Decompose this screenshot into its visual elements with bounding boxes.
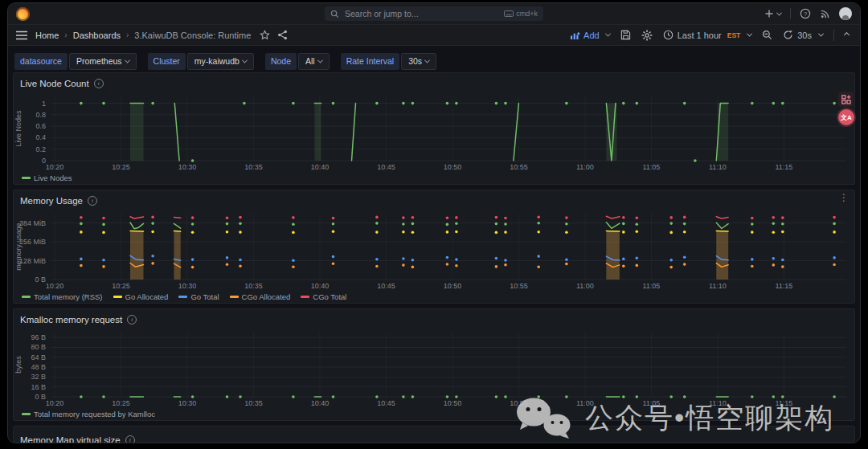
y-axis-label: Live Nodes [14,110,23,147]
star-icon[interactable] [260,30,270,40]
y-tick-label: 0 B [35,276,46,284]
translate-button[interactable]: 文A [838,109,854,125]
x-tick-label: 10:55 [510,399,528,407]
save-icon[interactable] [620,30,631,40]
plot-area: 10:2010:2510:3010:3510:4010:4510:5010:55… [35,96,846,171]
info-icon[interactable]: i [88,196,97,206]
x-tick-label: 10:30 [178,282,197,290]
legend-item[interactable]: Live Nodes [22,173,72,182]
x-tick-label: 10:55 [510,282,528,290]
panel-title: Kmalloc memory request [20,315,122,325]
chart-kmalloc[interactable]: 10:2010:2510:3010:3510:4010:4510:5010:55… [14,328,853,408]
legend-item[interactable]: Go Allocated [113,292,169,301]
refresh-picker[interactable]: 30s [783,30,823,40]
extension-grid-button[interactable] [838,92,854,107]
cluster-dropdown[interactable]: my-kaiwudb [187,53,254,70]
x-tick-label: 10:20 [46,282,64,290]
legend-item[interactable]: Go Total [178,292,219,301]
chevron-down-icon [242,57,248,63]
chart-live-node-count[interactable]: 10:2010:2510:3010:3510:4010:4510:5010:55… [14,92,853,172]
chevron-down-icon [605,31,611,37]
refresh-icon [783,30,793,40]
x-tick-label: 11:10 [709,399,727,407]
variable-cluster: Cluster my-kaiwudb [148,53,254,70]
zoom-out-icon[interactable] [762,30,772,40]
chart-add-icon [570,31,580,40]
legend-item[interactable]: Total memory requested by Kamlloc [22,410,155,418]
panel-header[interactable]: Live Node Count i [14,73,854,92]
time-range-label: Last 1 hour [678,31,722,40]
rate-interval-dropdown[interactable]: 30s [401,53,436,70]
plus-icon [764,9,774,18]
svg-text:?: ? [804,10,807,18]
x-tick-label: 10:55 [510,163,528,171]
top-bar: cmd+k ? [8,3,860,25]
variable-label: Rate Interval [341,53,400,70]
user-avatar[interactable] [839,7,852,20]
variable-label: datasource [14,53,68,70]
add-panel-button[interactable]: Add [570,31,610,40]
x-tick-label: 10:30 [178,399,197,407]
panel-header[interactable]: Kmalloc memory request i [14,309,854,328]
chevron-down-icon [424,57,430,63]
search-box[interactable]: cmd+k [325,6,543,21]
chevron-down-icon [776,10,782,15]
legend-item[interactable]: Total memory (RSS) [22,292,103,301]
menu-icon[interactable] [16,31,27,40]
panel-header[interactable]: Memory Map virtual size i [14,427,854,443]
breadcrumb-current: 3.KaiwuDB Console: Runtime [134,31,251,40]
breadcrumb-dashboards[interactable]: Dashboards [73,31,121,40]
grafana-logo-icon[interactable] [16,7,30,21]
chevron-down-icon [818,31,824,37]
breadcrumb-home[interactable]: Home [35,31,59,40]
legend-item[interactable]: CGo Allocated [230,292,291,301]
panel-menu-icon[interactable]: ⋮ [839,193,849,202]
datasource-dropdown[interactable]: Prometheus [69,53,137,70]
breadcrumb: Home › Dashboards › 3.KaiwuDB Console: R… [35,30,288,40]
info-icon[interactable]: i [94,79,104,88]
x-tick-label: 10:40 [311,399,330,407]
x-tick-label: 10:50 [444,163,462,171]
legend-item[interactable]: CGo Total [301,292,346,301]
panel-memory-usage: Memory Usage i ⋮ 10:2010:2510:3010:3510:… [13,190,855,304]
variables-row: datasource Prometheus Cluster my-kaiwudb… [14,51,855,71]
clock-icon [663,30,674,40]
x-tick-label: 11:15 [776,163,793,171]
y-tick-label: 0.2 [35,145,46,153]
chevron-down-icon [747,31,752,37]
x-tick-label: 10:25 [112,399,130,407]
y-tick-label: 0 [42,157,46,165]
y-tick-label: 80 B [31,343,46,351]
y-tick-label: 0.4 [35,133,46,141]
divider [833,30,834,41]
panel-header[interactable]: Memory Usage i [14,190,854,209]
y-tick-label: 384 MiB [19,219,46,227]
x-tick-label: 11:05 [643,282,661,290]
search-input[interactable] [343,8,500,19]
node-dropdown[interactable]: All [298,53,330,70]
panel-live-node-count: Live Node Count i 10:2010:2510:3010:3510… [13,72,855,185]
y-tick-label: 128 MiB [19,257,46,265]
variable-label: Node [265,53,297,70]
variable-datasource: datasource Prometheus [14,53,137,70]
info-icon[interactable]: i [125,435,135,444]
timezone-label: EST [727,31,741,39]
news-button[interactable] [820,9,830,19]
chart-memory-usage[interactable]: 10:2010:2510:3010:3510:4010:4510:5010:55… [14,209,853,291]
refresh-interval-label: 30s [797,31,812,40]
collapse-toolbar-button[interactable] [844,32,850,38]
plot-area: 10:2010:2510:3010:3510:4010:4510:5010:55… [19,214,846,290]
plot-area: 10:2010:2510:3010:3510:4010:4510:5010:55… [31,333,846,407]
y-tick-label: 256 MiB [19,238,46,246]
x-tick-label: 10:45 [377,399,395,407]
help-button[interactable]: ? [800,8,811,19]
settings-gear-icon[interactable] [641,30,653,41]
variable-rate-interval: Rate Interval 30s [341,53,436,70]
y-tick-label: 64 B [31,353,46,361]
time-range-picker[interactable]: Last 1 hour EST [663,30,752,40]
x-tick-label: 10:50 [444,399,462,407]
info-icon[interactable]: i [127,315,137,325]
add-menu-button[interactable] [764,9,781,18]
rss-icon [820,9,830,19]
share-icon[interactable] [277,30,288,40]
